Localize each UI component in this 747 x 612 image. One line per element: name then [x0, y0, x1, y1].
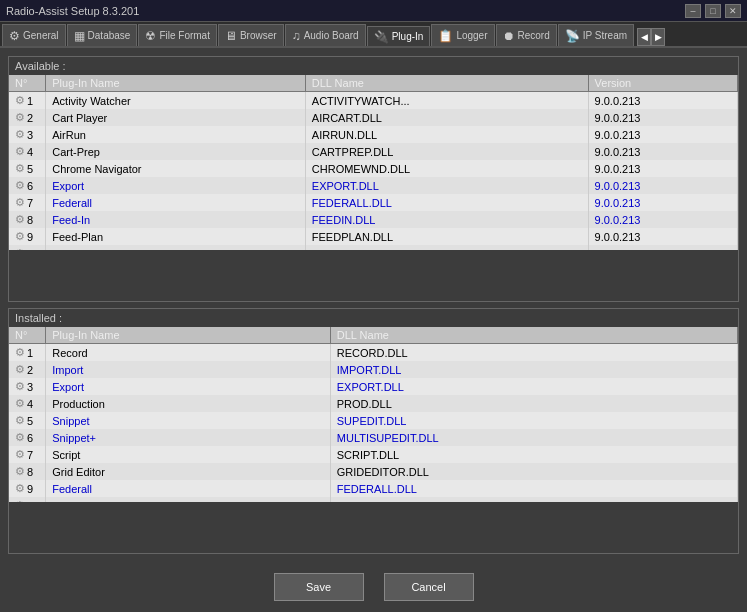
installed-table-row[interactable]: ⚙ 1 Record RECORD.DLL	[9, 344, 738, 362]
available-cell-num: ⚙ 1	[9, 92, 46, 110]
available-table-row[interactable]: ⚙ 2 Cart Player AIRCART.DLL 9.0.0.213	[9, 109, 738, 126]
available-table-row[interactable]: ⚙ 4 Cart-Prep CARTPREP.DLL 9.0.0.213	[9, 143, 738, 160]
tab-record[interactable]: ⏺ Record	[496, 24, 557, 46]
plugin-gear-icon: ⚙	[15, 363, 25, 376]
available-cell-version: 9.0.0.213	[588, 126, 737, 143]
installed-label: Installed :	[9, 309, 738, 327]
tab-scroll-left[interactable]: ◀	[637, 28, 651, 46]
tab-general[interactable]: ⚙ General	[2, 24, 66, 46]
tab-ipstream[interactable]: 📡 IP Stream	[558, 24, 634, 46]
available-cell-num: ⚙ 3	[9, 126, 46, 143]
plugin-gear-icon: ⚙	[15, 230, 25, 243]
available-table-row[interactable]: ⚙ 6 Export EXPORT.DLL 9.0.0.213	[9, 177, 738, 194]
installed-cell-num: ⚙ 4	[9, 395, 46, 412]
browser-icon: 🖥	[225, 29, 237, 43]
available-col-dll: DLL Name	[305, 75, 588, 92]
installed-cell-name: Federall	[46, 480, 331, 497]
tab-logger-label: Logger	[456, 30, 487, 41]
available-cell-num: ⚙ 4	[9, 143, 46, 160]
save-button[interactable]: Save	[274, 573, 364, 601]
installed-cell-num: ⚙ 9	[9, 480, 46, 497]
plugin-gear-icon: ⚙	[15, 499, 25, 502]
available-cell-dll: CARTPREP.DLL	[305, 143, 588, 160]
close-button[interactable]: ✕	[725, 4, 741, 18]
installed-cell-dll: SUPEDIT.DLL	[330, 412, 737, 429]
plugin-gear-icon: ⚙	[15, 397, 25, 410]
available-cell-dll: AIRCART.DLL	[305, 109, 588, 126]
available-table-row[interactable]: ⚙ 7 Federall FEDERALL.DLL 9.0.0.213	[9, 194, 738, 211]
minimize-button[interactable]: –	[685, 4, 701, 18]
installed-table-row[interactable]: ⚙ 9 Federall FEDERALL.DLL	[9, 480, 738, 497]
logger-icon: 📋	[438, 29, 453, 43]
installed-table-row[interactable]: ⚙ 3 Export EXPORT.DLL	[9, 378, 738, 395]
installed-col-name: Plug-In Name	[46, 327, 331, 344]
plugin-gear-icon: ⚙	[15, 128, 25, 141]
tab-database-label: Database	[88, 30, 131, 41]
installed-table-row[interactable]: ⚙ 2 Import IMPORT.DLL	[9, 361, 738, 378]
tab-audioboard[interactable]: ♫ Audio Board	[285, 24, 366, 46]
installed-col-num: N°	[9, 327, 46, 344]
installed-cell-num: ⚙ 8	[9, 463, 46, 480]
installed-cell-name: Production	[46, 395, 331, 412]
installed-cell-dll: MULTISUPEDIT.DLL	[330, 429, 737, 446]
installed-cell-num: ⚙ 6	[9, 429, 46, 446]
available-cell-num: ⚙ 8	[9, 211, 46, 228]
installed-cell-name: Snippet	[46, 412, 331, 429]
installed-cell-dll: EXPORT.DLL	[330, 378, 737, 395]
available-cell-dll: GRIDEDITOR.DLL	[305, 245, 588, 250]
available-panel: Available : N° Plug-In Name DLL Name Ver…	[8, 56, 739, 302]
ipstream-icon: 📡	[565, 29, 580, 43]
available-col-version: Version	[588, 75, 737, 92]
installed-table-row[interactable]: ⚙ 4 Production PROD.DLL	[9, 395, 738, 412]
available-cell-name: Chrome Navigator	[46, 160, 306, 177]
tab-browser[interactable]: 🖥 Browser	[218, 24, 284, 46]
tab-fileformat[interactable]: ☢ File Format	[138, 24, 217, 46]
tab-browser-label: Browser	[240, 30, 277, 41]
installed-table-row[interactable]: ⚙ 5 Snippet SUPEDIT.DLL	[9, 412, 738, 429]
tab-plugin[interactable]: 🔌 Plug-In	[367, 26, 431, 48]
plugin-gear-icon: ⚙	[15, 431, 25, 444]
installed-table-scroll[interactable]: N° Plug-In Name DLL Name ⚙ 1 Record RECO…	[9, 327, 738, 502]
installed-cell-dll: IMPORT.DLL	[330, 361, 737, 378]
plugin-gear-icon: ⚙	[15, 465, 25, 478]
available-cell-version: 9.0.0.213	[588, 109, 737, 126]
available-cell-dll: FEEDPLAN.DLL	[305, 228, 588, 245]
available-cell-num: ⚙ 10	[9, 245, 46, 250]
maximize-button[interactable]: □	[705, 4, 721, 18]
titlebar-title: Radio-Assist Setup 8.3.201	[6, 5, 139, 17]
installed-table-row[interactable]: ⚙ 8 Grid Editor GRIDEDITOR.DLL	[9, 463, 738, 480]
available-table-row[interactable]: ⚙ 8 Feed-In FEEDIN.DLL 9.0.0.213	[9, 211, 738, 228]
installed-cell-num: ⚙ 5	[9, 412, 46, 429]
titlebar: Radio-Assist Setup 8.3.201 – □ ✕	[0, 0, 747, 22]
installed-cell-name: Snippet+	[46, 429, 331, 446]
installed-table-row[interactable]: ⚙ 10 Cart-Prep CARTPREP.DLL	[9, 497, 738, 502]
available-table-scroll[interactable]: N° Plug-In Name DLL Name Version ⚙ 1 Act…	[9, 75, 738, 250]
installed-cell-name: Cart-Prep	[46, 497, 331, 502]
plugin-gear-icon: ⚙	[15, 414, 25, 427]
available-cell-name: Feed-In	[46, 211, 306, 228]
cancel-button[interactable]: Cancel	[384, 573, 474, 601]
available-cell-version: 9.0.0.213	[588, 245, 737, 250]
tab-logger[interactable]: 📋 Logger	[431, 24, 494, 46]
available-table-row[interactable]: ⚙ 1 Activity Watcher ACTIVITYWATCH... 9.…	[9, 92, 738, 110]
available-table-row[interactable]: ⚙ 9 Feed-Plan FEEDPLAN.DLL 9.0.0.213	[9, 228, 738, 245]
installed-cell-dll: CARTPREP.DLL	[330, 497, 737, 502]
plugin-gear-icon: ⚙	[15, 111, 25, 124]
plugin-gear-icon: ⚙	[15, 162, 25, 175]
tab-database[interactable]: ▦ Database	[67, 24, 138, 46]
installed-table-row[interactable]: ⚙ 6 Snippet+ MULTISUPEDIT.DLL	[9, 429, 738, 446]
installed-cell-dll: GRIDEDITOR.DLL	[330, 463, 737, 480]
available-table-row[interactable]: ⚙ 5 Chrome Navigator CHROMEWND.DLL 9.0.0…	[9, 160, 738, 177]
available-cell-dll: CHROMEWND.DLL	[305, 160, 588, 177]
installed-cell-dll: RECORD.DLL	[330, 344, 737, 362]
record-icon: ⏺	[503, 29, 515, 43]
available-cell-name: Cart Player	[46, 109, 306, 126]
installed-table-row[interactable]: ⚙ 7 Script SCRIPT.DLL	[9, 446, 738, 463]
available-table-row[interactable]: ⚙ 3 AirRun AIRRUN.DLL 9.0.0.213	[9, 126, 738, 143]
available-table-row[interactable]: ⚙ 10 Grid-Edit... GRIDEDITOR.DLL 9.0.0.2…	[9, 245, 738, 250]
plugin-gear-icon: ⚙	[15, 179, 25, 192]
plugin-gear-icon: ⚙	[15, 94, 25, 107]
available-cell-version: 9.0.0.213	[588, 143, 737, 160]
plugin-gear-icon: ⚙	[15, 247, 25, 250]
tab-scroll-right[interactable]: ▶	[651, 28, 665, 46]
